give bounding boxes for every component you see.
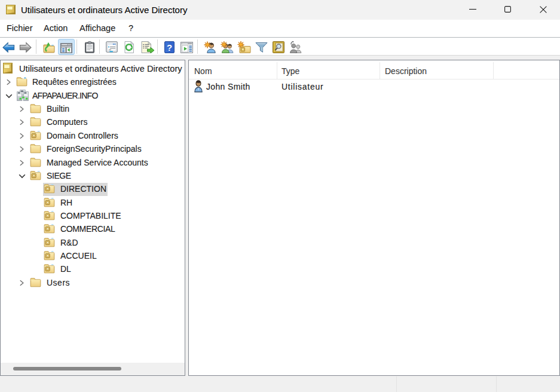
svg-text:?: ? <box>167 42 172 53</box>
